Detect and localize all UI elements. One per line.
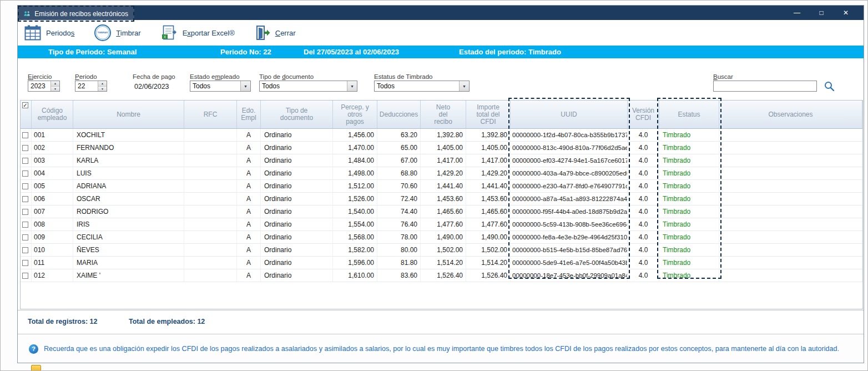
search-icon[interactable] <box>824 81 835 92</box>
cell-codigo: 009 <box>32 231 73 243</box>
cell-uuid: 00000000-5de9-41e6-a7e5-00f4a50b43b <box>511 257 628 269</box>
help-icon: ? <box>29 344 38 354</box>
cell-neto: 1,405.00 <box>421 142 466 154</box>
row-checkbox-cell <box>21 218 32 230</box>
cell-edo-empl: A <box>237 231 261 243</box>
cell-importe-cfdi: 1,477.60 <box>466 218 511 230</box>
estado-empleado-dropdown[interactable]: Todos ▼ <box>190 81 251 92</box>
ejercicio-spinner[interactable]: 2023 ▲▼ <box>28 81 60 92</box>
table-row[interactable]: 005 ADRIANA A Ordinario 1,512.00 70.60 1… <box>21 180 862 193</box>
header-nombre[interactable]: Nombre <box>73 101 184 128</box>
chevron-down-icon[interactable]: ▼ <box>240 81 250 91</box>
cell-edo-empl: A <box>237 142 261 154</box>
totals-bar: Total de registros: 12 Total de empleado… <box>18 312 864 332</box>
cell-tipo-documento: Ordinario <box>261 193 333 205</box>
row-checkbox[interactable] <box>22 209 28 215</box>
cell-tipo-documento: Ordinario <box>261 129 333 141</box>
fecha-pago-label: Fecha de pago <box>133 73 175 80</box>
cell-importe-cfdi: 1,441.40 <box>466 180 511 192</box>
header-percepciones[interactable]: Percep. y otros pagos <box>333 101 377 128</box>
table-row[interactable]: 006 OSCAR A Ordinario 1,526.00 72.40 1,4… <box>21 193 862 205</box>
cell-observaciones <box>719 142 862 154</box>
header-tipo-documento[interactable]: Tipo de documento <box>261 101 333 128</box>
table-row[interactable]: 003 KARLA A Ordinario 1,484.00 67.00 1,4… <box>21 154 862 167</box>
cell-version-cfdi: 4.0 <box>628 154 659 167</box>
timbrar-button[interactable]: TIMBRAR Timbrar <box>94 24 140 41</box>
cell-observaciones <box>719 154 862 167</box>
svg-text:X: X <box>163 35 166 39</box>
row-checkbox[interactable] <box>22 222 28 228</box>
select-all-header[interactable] <box>21 101 32 128</box>
spinner-arrows-icon[interactable]: ▲▼ <box>98 81 107 91</box>
periodos-button[interactable]: Periodos <box>24 25 74 41</box>
row-checkbox[interactable] <box>22 196 28 202</box>
row-checkbox[interactable] <box>22 273 28 279</box>
ejercicio-label: Ejercicio <box>28 73 52 80</box>
window-title: Emisión de recibos electrónicos <box>34 10 128 18</box>
table-row[interactable]: 002 FERNANDO A Ordinario 1,470.00 65.00 … <box>21 142 862 154</box>
header-estatus[interactable]: Estatus <box>659 101 719 128</box>
header-codigo[interactable]: Código empleado <box>32 101 73 128</box>
cell-codigo: 007 <box>32 205 73 218</box>
cell-rfc <box>184 142 237 154</box>
exportar-excel-button[interactable]: X Exportar Excel® <box>161 24 235 41</box>
header-observaciones[interactable]: Observaciones <box>719 101 862 128</box>
row-checkbox[interactable] <box>22 158 28 164</box>
cerrar-button[interactable]: Cerrar <box>255 24 296 41</box>
row-checkbox[interactable] <box>22 145 28 151</box>
period-info-bar: Tipo de Periodo: Semanal Periodo No: 22 … <box>18 46 864 58</box>
header-importe-cfdi[interactable]: Importe total del CFDI <box>466 101 511 128</box>
minimize-button[interactable]: — <box>785 6 809 20</box>
cell-nombre: XOCHILT <box>73 129 184 141</box>
tipo-documento-label: Tipo de documento <box>259 73 314 80</box>
cell-deducciones: 81.80 <box>377 257 421 269</box>
chevron-down-icon[interactable]: ▼ <box>459 81 469 91</box>
spinner-arrows-icon[interactable]: ▲▼ <box>51 81 59 91</box>
table-row[interactable]: 001 XOCHILT A Ordinario 1,456.00 63.20 1… <box>21 129 862 142</box>
cell-rfc <box>184 231 237 243</box>
row-checkbox[interactable] <box>22 183 28 189</box>
header-deducciones[interactable]: Deducciones <box>377 101 421 128</box>
cell-nombre: OSCAR <box>73 193 184 205</box>
row-checkbox[interactable] <box>22 171 28 177</box>
table-row[interactable]: 011 MARIA A Ordinario 1,596.00 81.80 1,5… <box>21 257 862 269</box>
header-version-cfdi[interactable]: Versión CFDI <box>628 101 659 128</box>
search-input[interactable] <box>713 81 817 92</box>
cell-deducciones: 70.60 <box>377 180 421 192</box>
cell-tipo-documento: Ordinario <box>261 244 333 256</box>
cell-edo-empl: A <box>237 244 261 256</box>
table-row[interactable]: 012 XAIME ' A Ordinario 1,610.00 83.60 1… <box>21 269 862 282</box>
tipo-documento-dropdown[interactable]: Todos ▼ <box>259 81 357 92</box>
cell-neto: 1,490.00 <box>421 231 466 243</box>
table-row[interactable]: 007 RODRIGO A Ordinario 1,540.00 74.40 1… <box>21 205 862 218</box>
header-rfc[interactable]: RFC <box>184 101 237 128</box>
header-neto[interactable]: Neto del recibo <box>421 101 466 128</box>
estatus-timbrado-dropdown[interactable]: Todos ▼ <box>374 81 470 92</box>
close-button[interactable]: ✕ <box>834 6 858 20</box>
chevron-down-icon[interactable]: ▼ <box>347 81 357 91</box>
table-row[interactable]: 004 LUIS A Ordinario 1,498.00 68.80 1,42… <box>21 167 862 180</box>
periodo-spinner[interactable]: 22 ▲▼ <box>75 81 107 92</box>
cell-observaciones <box>719 244 862 256</box>
header-uuid[interactable]: UUID <box>511 101 628 128</box>
estado-empleado-label: Estado empleado <box>190 73 240 80</box>
header-edo-empl[interactable]: Edo. Empl <box>237 101 261 128</box>
cell-percepciones: 1,484.00 <box>333 154 377 167</box>
cell-percepciones: 1,512.00 <box>333 180 377 192</box>
cell-nombre: FERNANDO <box>73 142 184 154</box>
cell-neto: 1,441.40 <box>421 180 466 192</box>
cell-neto: 1,429.20 <box>421 167 466 179</box>
cerrar-label: Cerrar <box>275 29 296 37</box>
table-row[interactable]: 008 IRIS A Ordinario 1,554.00 76.40 1,47… <box>21 218 862 231</box>
row-checkbox[interactable] <box>22 260 28 266</box>
maximize-button[interactable]: □ <box>809 6 834 20</box>
table-row[interactable]: 010 ÑEVES A Ordinario 1,582.00 80.00 1,5… <box>21 244 862 257</box>
select-all-checkbox[interactable] <box>22 102 28 108</box>
row-checkbox[interactable] <box>22 234 28 240</box>
cell-edo-empl: A <box>237 193 261 205</box>
table-row[interactable]: 009 CECILIA A Ordinario 1,568.00 78.00 1… <box>21 231 862 244</box>
row-checkbox[interactable] <box>22 247 28 253</box>
estatus-timbrado-label: Estatus de Timbrado <box>374 73 432 80</box>
buscar-label: Buscar <box>713 73 733 80</box>
row-checkbox[interactable] <box>22 132 28 138</box>
